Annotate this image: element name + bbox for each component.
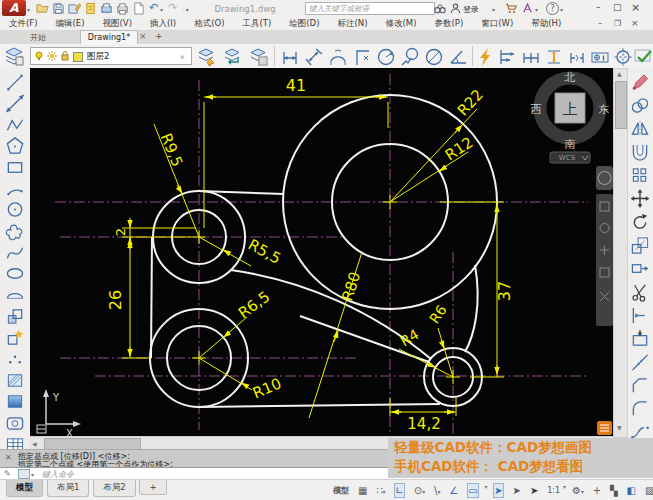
polar-tracking-icon[interactable]: ⊙▾ bbox=[414, 481, 425, 500]
dim-baseline-icon[interactable] bbox=[498, 47, 518, 67]
vscroll-thumb[interactable] bbox=[615, 81, 627, 129]
move-icon[interactable] bbox=[630, 189, 650, 208]
copy-icon[interactable] bbox=[630, 96, 650, 115]
point-icon[interactable] bbox=[4, 350, 26, 369]
app-store-icon[interactable] bbox=[522, 3, 533, 14]
ellipse-icon[interactable] bbox=[4, 264, 26, 283]
ortho-toggle-icon[interactable]: ∟ bbox=[394, 483, 404, 498]
tab-start[interactable]: 开始 bbox=[14, 31, 62, 44]
dim-quick-icon[interactable] bbox=[476, 47, 496, 67]
dim-arc-length-icon[interactable] bbox=[328, 47, 348, 67]
menu-item[interactable]: 插入(I) bbox=[141, 16, 185, 31]
array-icon[interactable] bbox=[630, 166, 650, 185]
dim-linear-icon[interactable] bbox=[280, 47, 300, 67]
hatch-icon[interactable] bbox=[4, 371, 26, 390]
dim-check-icon[interactable] bbox=[634, 47, 653, 67]
app-logo[interactable]: A bbox=[2, 0, 26, 16]
offset-icon[interactable] bbox=[630, 143, 650, 162]
menu-item[interactable]: 帮助(H) bbox=[522, 16, 570, 31]
plot-icon[interactable] bbox=[100, 2, 113, 15]
settings-gear-icon[interactable]: ⚙▾ bbox=[572, 481, 584, 500]
layer-combobox[interactable]: 图层2 ∨ bbox=[30, 47, 192, 65]
polygon-icon[interactable] bbox=[4, 136, 26, 155]
doc-close-button[interactable]: × bbox=[631, 18, 639, 28]
spline-icon[interactable] bbox=[4, 243, 26, 262]
tab-add-layout[interactable]: + bbox=[139, 480, 166, 495]
arc-icon[interactable] bbox=[4, 179, 26, 198]
ellipse-arc-icon[interactable] bbox=[4, 286, 26, 305]
login-dropdown-icon[interactable]: ▾ bbox=[492, 6, 495, 13]
break-icon[interactable] bbox=[630, 329, 650, 348]
layer-on-icon[interactable] bbox=[34, 51, 44, 61]
window-maximize-button[interactable]: □ bbox=[613, 2, 622, 12]
command-dropdown-icon[interactable]: ▾ bbox=[31, 471, 34, 478]
menu-item[interactable]: 格式(O) bbox=[185, 16, 233, 31]
dim-jogged-icon[interactable] bbox=[400, 47, 420, 67]
print-icon[interactable] bbox=[116, 2, 129, 15]
object-snap-icon[interactable]: ▭ bbox=[467, 483, 478, 498]
tab-drawing1[interactable]: Drawing1* bbox=[80, 30, 138, 45]
help-icon[interactable]: ? bbox=[546, 2, 559, 15]
menu-item[interactable]: 工具(T) bbox=[233, 16, 280, 31]
grid-toggle-icon[interactable]: ▦ bbox=[358, 481, 367, 500]
dim-diameter-icon[interactable] bbox=[424, 47, 444, 67]
search-binoculars-icon[interactable] bbox=[434, 3, 446, 14]
dim-radius-icon[interactable] bbox=[376, 47, 396, 67]
menu-item[interactable]: 绘图(D) bbox=[280, 16, 328, 31]
previous-layer-icon[interactable] bbox=[222, 46, 242, 66]
help-dropdown-icon[interactable]: ▾ bbox=[560, 6, 563, 13]
dim-ordinate-icon[interactable] bbox=[352, 47, 372, 67]
qat-more-icon[interactable]: · ▾ bbox=[182, 6, 189, 13]
snap-toggle-icon[interactable]: ∷▾ bbox=[376, 481, 385, 500]
layer-color-swatch[interactable] bbox=[73, 52, 83, 62]
open-icon[interactable] bbox=[36, 2, 49, 15]
menu-item[interactable]: 编辑(E) bbox=[47, 16, 94, 31]
export-icon[interactable] bbox=[84, 2, 97, 15]
tab-layout2[interactable]: 布局2 bbox=[93, 480, 135, 497]
gradient-icon[interactable] bbox=[4, 392, 26, 411]
search-input[interactable]: 键入关键字或短语 bbox=[305, 2, 435, 15]
doc-minimize-button[interactable]: – bbox=[598, 19, 602, 28]
redo-icon[interactable]: ↷ bbox=[168, 1, 177, 14]
menu-item[interactable]: 修改(M) bbox=[376, 16, 425, 31]
command-options-icon[interactable] bbox=[18, 469, 30, 479]
selection-cycling-icon[interactable]: ➤ bbox=[493, 483, 503, 498]
logo-dropdown-icon[interactable]: ▾ bbox=[27, 6, 30, 13]
construction-line-icon[interactable] bbox=[4, 94, 26, 113]
layer-properties-icon[interactable] bbox=[4, 46, 24, 66]
scroll-down-icon[interactable]: ▼ bbox=[617, 424, 622, 431]
scale-icon[interactable] bbox=[630, 236, 650, 255]
scroll-left-icon[interactable]: ◀ bbox=[32, 440, 37, 447]
model-space-toggle[interactable]: 模型 bbox=[333, 481, 349, 500]
dim-aligned-icon[interactable] bbox=[304, 47, 324, 67]
gizmo-cursor-icon[interactable]: ➤ bbox=[513, 481, 521, 500]
revision-cloud-icon[interactable] bbox=[4, 222, 26, 241]
create-block-icon[interactable] bbox=[4, 328, 26, 347]
save-icon[interactable] bbox=[52, 2, 65, 15]
drawing-canvas[interactable]: 41 R22 R12 R9,5 R5,5 2 26 R6,5 R80 37 R6… bbox=[30, 68, 613, 436]
new-file-icon[interactable] bbox=[132, 2, 145, 15]
tab-layout1[interactable]: 布局1 bbox=[47, 480, 89, 497]
scale-dropdown-icon[interactable]: ▾ bbox=[563, 483, 566, 490]
layer-states-icon[interactable] bbox=[248, 46, 268, 66]
cart-icon[interactable] bbox=[505, 3, 517, 14]
trim-scissors-icon[interactable] bbox=[630, 283, 650, 302]
annotation-cursor-icon[interactable]: ➤ bbox=[530, 481, 538, 500]
undo-icon[interactable]: ↶ bbox=[149, 1, 158, 14]
menu-item[interactable]: 参数(P) bbox=[425, 16, 472, 31]
tab-add-icon[interactable]: + bbox=[155, 31, 163, 41]
window-minimize-button[interactable]: – bbox=[596, 2, 601, 12]
osnap-tracking-icon[interactable]: ∠ bbox=[449, 481, 458, 500]
scroll-up-icon[interactable]: ▲ bbox=[617, 70, 622, 77]
line-icon[interactable] bbox=[4, 73, 26, 92]
dim-angular-icon[interactable] bbox=[448, 47, 468, 67]
dim-spacing-icon[interactable] bbox=[544, 47, 564, 67]
mirror-icon[interactable] bbox=[630, 119, 650, 138]
user-icon[interactable] bbox=[450, 3, 461, 14]
dim-break-icon[interactable] bbox=[567, 47, 587, 67]
dim-continue-icon[interactable] bbox=[521, 47, 541, 67]
insert-block-icon[interactable] bbox=[4, 307, 26, 326]
polyline-icon[interactable] bbox=[4, 115, 26, 134]
isodraft-icon[interactable]: \▾ bbox=[434, 481, 440, 500]
menu-item[interactable]: 窗口(W) bbox=[472, 16, 522, 31]
